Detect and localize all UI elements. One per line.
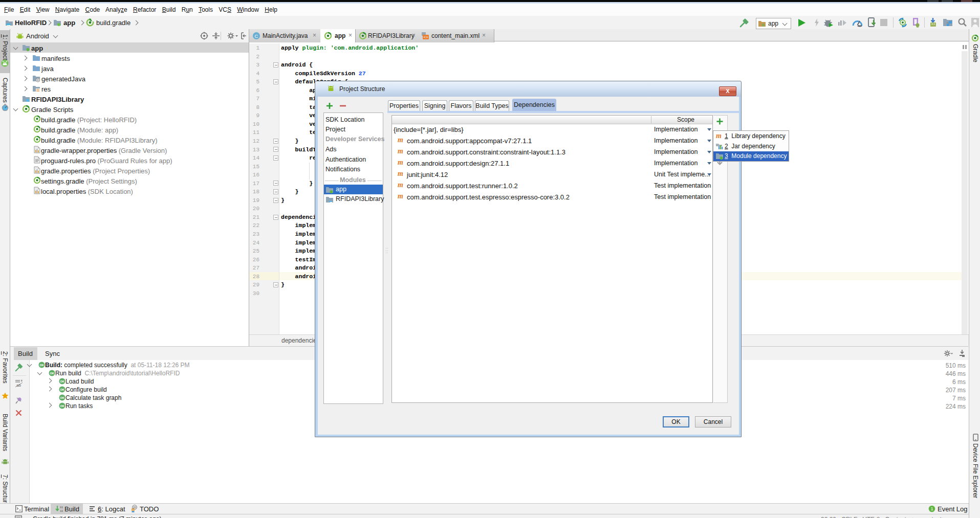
svg-text:OK: OK xyxy=(60,404,64,408)
svg-text:01: 01 xyxy=(60,506,63,509)
svg-text:OK: OK xyxy=(60,380,64,383)
svg-text:OK: OK xyxy=(50,372,54,375)
svg-text:1: 1 xyxy=(931,506,933,511)
svg-text:C: C xyxy=(255,33,258,39)
svg-text:OK: OK xyxy=(60,388,64,391)
svg-text:10: 10 xyxy=(60,509,63,513)
svg-text:OK: OK xyxy=(39,364,43,367)
svg-text:<>: <> xyxy=(423,35,428,39)
svg-text:OK: OK xyxy=(60,396,64,399)
